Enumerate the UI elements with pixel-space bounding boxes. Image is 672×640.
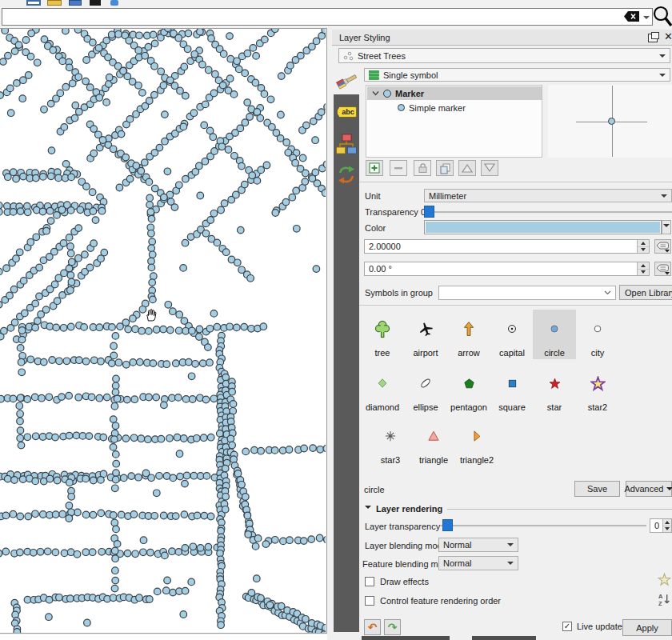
symbol-triangle2[interactable]: triangle2 bbox=[455, 417, 498, 466]
symbol-layer-tree: Marker Simple marker bbox=[366, 85, 542, 158]
transparency-slider-handle[interactable] bbox=[424, 206, 434, 218]
move-down-button[interactable] bbox=[481, 160, 498, 176]
advanced-button[interactable]: Advanced bbox=[626, 481, 672, 497]
star3-icon bbox=[385, 417, 396, 455]
tree-marker-label: Marker bbox=[395, 89, 424, 98]
duplicate-button[interactable] bbox=[436, 160, 454, 176]
chevron-down-icon bbox=[507, 562, 514, 568]
marker-symbol-icon bbox=[383, 90, 391, 98]
tree-row-simple-marker[interactable]: Simple marker bbox=[367, 101, 542, 114]
size-spin-arrows[interactable] bbox=[637, 240, 649, 253]
circle-icon bbox=[550, 310, 558, 348]
symbol-ellipse[interactable]: ellipse bbox=[404, 364, 447, 414]
layer-styling-panel: Layer Styling ✕ Street Trees abc bbox=[332, 28, 672, 640]
top-toolbar bbox=[0, 0, 672, 28]
draw-effects-checkbox[interactable] bbox=[365, 577, 374, 586]
expander-icon[interactable] bbox=[372, 90, 379, 96]
close-panel-icon[interactable]: ✕ bbox=[664, 31, 672, 42]
tab-labels[interactable]: abc bbox=[334, 98, 359, 126]
layer-blending-value: Normal bbox=[443, 540, 471, 550]
square-icon bbox=[508, 364, 517, 402]
feature-blending-combo[interactable]: Normal bbox=[438, 556, 518, 570]
size-data-defined-button[interactable] bbox=[654, 239, 671, 254]
symbol-label: ellipse bbox=[413, 402, 438, 412]
help-icon[interactable] bbox=[110, 0, 118, 6]
layer-transparency-spinbox[interactable]: 0 bbox=[650, 518, 672, 533]
rotation-spinbox[interactable]: 0.00 ° bbox=[364, 262, 650, 276]
sort-az-icon[interactable]: A Z bbox=[658, 593, 671, 606]
symbol-capital[interactable]: capital bbox=[490, 310, 534, 359]
symbols-group-label: Symbols in group bbox=[365, 288, 433, 298]
move-up-button[interactable] bbox=[458, 160, 476, 176]
symbol-square[interactable]: square bbox=[490, 364, 534, 414]
symbol-label: star bbox=[547, 402, 562, 412]
tree-row-marker[interactable]: Marker bbox=[367, 86, 542, 100]
symbol-airport[interactable]: airport bbox=[404, 310, 447, 359]
rotation-spin-arrows[interactable] bbox=[637, 262, 649, 275]
add-symbol-layer-button[interactable] bbox=[366, 160, 383, 176]
tab-history[interactable] bbox=[334, 161, 359, 188]
open-project-icon[interactable] bbox=[47, 0, 62, 6]
symbol-star2[interactable]: star2 bbox=[576, 364, 619, 414]
save-project-icon[interactable] bbox=[69, 0, 82, 6]
live-update-checkbox[interactable]: ✓ bbox=[562, 622, 572, 631]
tab-symbology[interactable] bbox=[334, 67, 359, 94]
renderer-combo[interactable]: Single symbol bbox=[364, 68, 670, 82]
symbol-tree[interactable]: tree bbox=[361, 310, 404, 359]
symbol-circle[interactable]: circle bbox=[533, 310, 576, 359]
remove-symbol-layer-button[interactable] bbox=[390, 160, 407, 176]
float-panel-icon[interactable] bbox=[648, 34, 658, 42]
layer-selector-combo[interactable]: Street Trees bbox=[338, 48, 670, 63]
unit-combo[interactable]: Millimeter bbox=[424, 189, 672, 202]
live-update-row: ✓ Live update bbox=[562, 622, 622, 631]
color-swatch[interactable] bbox=[424, 220, 662, 234]
symbol-name-label: circle bbox=[364, 485, 385, 494]
layer-blending-combo[interactable]: Normal bbox=[438, 538, 518, 552]
lock-button[interactable] bbox=[414, 160, 431, 176]
apply-button[interactable]: Apply bbox=[622, 619, 672, 636]
clear-search-icon[interactable] bbox=[623, 10, 640, 22]
paintbrush-icon bbox=[336, 71, 358, 90]
new-project-icon[interactable] bbox=[26, 0, 41, 6]
locator-dropdown-icon[interactable] bbox=[643, 16, 650, 22]
style-manager-icon[interactable] bbox=[90, 0, 101, 6]
effects-star-icon[interactable] bbox=[658, 573, 671, 586]
chevron-down-icon bbox=[659, 54, 666, 61]
rotation-value: 0.00 ° bbox=[365, 264, 392, 274]
apply-label: Apply bbox=[636, 623, 658, 633]
size-spinbox[interactable]: 2.00000 bbox=[364, 239, 650, 254]
symbol-label: tree bbox=[375, 348, 390, 358]
symbol-diamond[interactable]: diamond bbox=[361, 364, 404, 414]
layer-transparency-slider[interactable] bbox=[440, 525, 646, 527]
symbol-star3[interactable]: star3 bbox=[369, 417, 412, 466]
save-button[interactable]: Save bbox=[574, 481, 620, 497]
search-icon[interactable] bbox=[652, 4, 672, 27]
city-icon bbox=[594, 310, 602, 348]
history-icon bbox=[337, 166, 356, 184]
locator-input[interactable] bbox=[2, 8, 653, 26]
open-library-button[interactable]: Open Library bbox=[619, 285, 672, 300]
undo-button[interactable]: ↶ bbox=[364, 619, 381, 635]
live-update-label: Live update bbox=[577, 622, 622, 631]
airport-icon bbox=[418, 310, 434, 348]
symbol-triangle[interactable]: triangle bbox=[412, 417, 455, 466]
control-order-checkbox[interactable] bbox=[365, 596, 374, 606]
symbol-star[interactable]: star bbox=[533, 364, 576, 414]
redo-button[interactable]: ↷ bbox=[384, 619, 401, 635]
symbol-pentagon[interactable]: pentagon bbox=[447, 364, 490, 414]
chevron-down-icon bbox=[661, 194, 667, 201]
tab-diagrams[interactable] bbox=[334, 128, 359, 160]
transparency-slider[interactable] bbox=[424, 211, 672, 214]
symbol-label: circle bbox=[544, 348, 565, 358]
status-bar-strip bbox=[0, 634, 327, 640]
symbols-group-combo[interactable] bbox=[438, 286, 616, 300]
color-dropdown-icon[interactable] bbox=[662, 220, 671, 234]
tree-simple-marker-label: Simple marker bbox=[409, 103, 466, 113]
map-canvas[interactable] bbox=[0, 28, 327, 634]
rotation-data-defined-button[interactable] bbox=[654, 262, 671, 276]
layer-rendering-header[interactable]: Layer rendering bbox=[365, 504, 672, 514]
symbol-city[interactable]: city bbox=[576, 310, 619, 359]
layer-transparency-slider-handle[interactable] bbox=[442, 519, 453, 531]
symbol-arrow[interactable]: arrow bbox=[447, 310, 490, 359]
spin-arrows[interactable] bbox=[662, 519, 671, 532]
